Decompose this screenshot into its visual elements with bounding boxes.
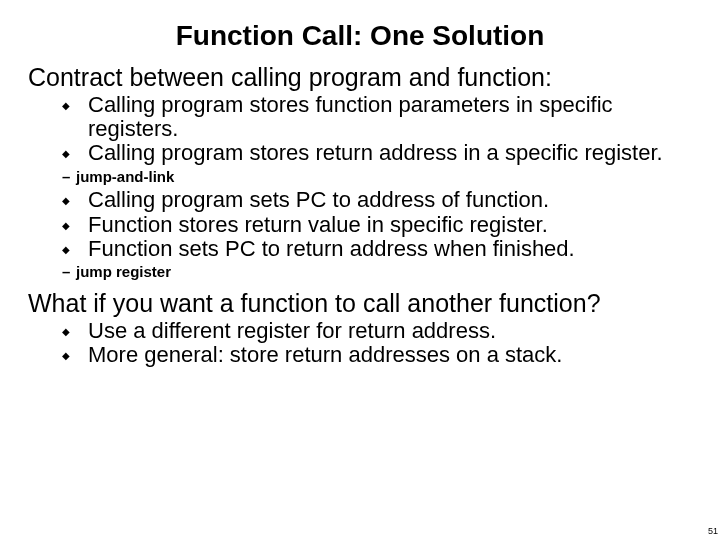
list-item: Function stores return value in specific… [62, 213, 692, 237]
sub-list-1a: jump-and-link [62, 168, 692, 187]
bullet-list-1a: Calling program stores function paramete… [62, 93, 692, 166]
page-number: 51 [708, 526, 718, 536]
sub-list-item: jump register [62, 263, 692, 282]
bullet-list-1b: Calling program sets PC to address of fu… [62, 188, 692, 261]
list-item: More general: store return addresses on … [62, 343, 692, 367]
slide: Function Call: One Solution Contract bet… [0, 0, 720, 540]
slide-title: Function Call: One Solution [28, 20, 692, 52]
list-item: Calling program stores function paramete… [62, 93, 692, 141]
sub-list-item: jump-and-link [62, 168, 692, 187]
bullet-list-2: Use a different register for return addr… [62, 319, 692, 367]
list-item: Use a different register for return addr… [62, 319, 692, 343]
list-item: Calling program sets PC to address of fu… [62, 188, 692, 212]
section-heading-2: What if you want a function to call anot… [28, 290, 692, 317]
list-item: Function sets PC to return address when … [62, 237, 692, 261]
section-heading-1: Contract between calling program and fun… [28, 64, 692, 91]
list-item: Calling program stores return address in… [62, 141, 692, 165]
sub-list-1b: jump register [62, 263, 692, 282]
